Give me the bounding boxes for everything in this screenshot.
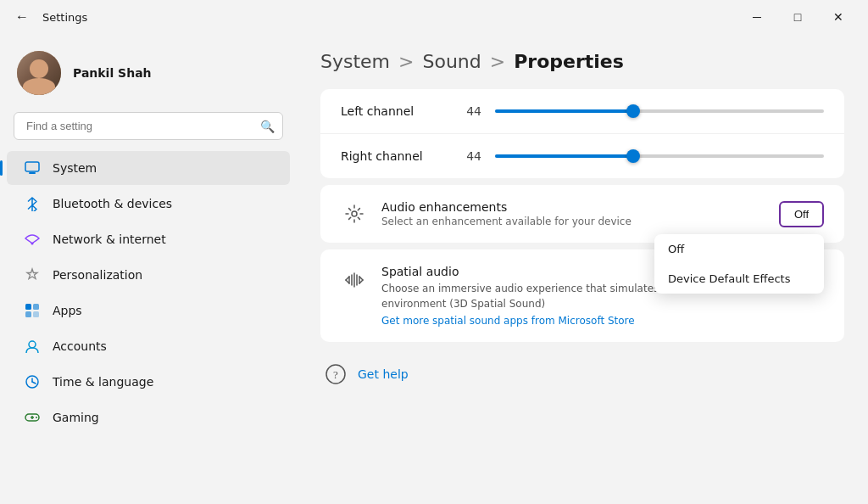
right-channel-label: Right channel (341, 149, 442, 163)
get-help-text[interactable]: Get help (358, 367, 409, 381)
enhancement-text: Audio enhancements Select an enhancement… (381, 200, 765, 227)
enhancement-title: Audio enhancements (381, 200, 765, 214)
svg-text:?: ? (333, 368, 338, 381)
right-channel-slider[interactable] (495, 154, 824, 158)
sidebar-item-system-label: System (53, 161, 97, 175)
svg-point-9 (29, 341, 36, 348)
sidebar-item-network-label: Network & internet (53, 232, 166, 246)
sidebar-item-apps[interactable]: Apps (7, 294, 290, 328)
sidebar-item-bluetooth-label: Bluetooth & devices (53, 197, 172, 210)
avatar (17, 51, 61, 95)
svg-rect-1 (29, 172, 36, 174)
enhancement-subtitle: Select an enhancement available for your… (381, 216, 765, 227)
channels-card: Left channel 44 Right channel 44 (320, 89, 844, 178)
main-content: System > Sound > Properties Left channel… (297, 34, 868, 504)
titlebar-controls: ─ □ ✕ (737, 3, 858, 31)
spatial-audio-icon (341, 266, 368, 294)
svg-line-12 (32, 382, 36, 384)
titlebar-title: Settings (42, 11, 87, 24)
sidebar-item-gaming[interactable]: Gaming (7, 400, 290, 434)
system-icon (24, 160, 41, 176)
svg-rect-0 (25, 162, 39, 171)
right-channel-row: Right channel 44 (320, 133, 844, 178)
sidebar-item-time-label: Time & language (53, 375, 153, 389)
svg-point-4 (31, 243, 34, 245)
avatar-image (17, 51, 61, 95)
search-input[interactable] (14, 112, 283, 140)
breadcrumb: System > Sound > Properties (320, 51, 844, 72)
accounts-icon (24, 338, 41, 355)
sidebar-item-personalization-label: Personalization (53, 268, 142, 282)
breadcrumb-sep1: > (398, 51, 414, 72)
sidebar-item-time[interactable]: Time & language (7, 365, 290, 399)
app-body: Pankil Shah 🔍 System (0, 34, 868, 504)
svg-rect-7 (25, 311, 31, 317)
dropdown-item-off[interactable]: Off (654, 234, 824, 264)
sidebar: Pankil Shah 🔍 System (0, 34, 297, 504)
time-icon (24, 373, 41, 390)
user-profile: Pankil Shah (0, 41, 297, 109)
close-button[interactable]: ✕ (819, 3, 858, 31)
audio-enhancement-button[interactable]: Off (779, 201, 824, 227)
right-channel-value: 44 (456, 149, 481, 163)
dropdown-item-device-default[interactable]: Device Default Effects (654, 264, 824, 294)
sidebar-item-network[interactable]: Network & internet (7, 222, 290, 256)
gaming-icon (24, 409, 41, 426)
get-help-row: ? Get help (320, 349, 844, 389)
svg-rect-6 (33, 304, 39, 310)
minimize-button[interactable]: ─ (737, 3, 776, 31)
breadcrumb-sep2: > (490, 51, 505, 72)
user-name: Pankil Shah (73, 66, 152, 80)
titlebar: ← Settings ─ □ ✕ (0, 0, 868, 34)
left-channel-value: 44 (456, 104, 481, 118)
sidebar-item-bluetooth[interactable]: Bluetooth & devices (7, 187, 290, 221)
left-channel-row: Left channel 44 (320, 89, 844, 133)
maximize-button[interactable]: □ (778, 3, 817, 31)
sidebar-item-gaming-label: Gaming (53, 411, 99, 424)
sidebar-item-apps-label: Apps (53, 304, 82, 317)
get-help-icon: ? (324, 362, 348, 386)
breadcrumb-properties: Properties (514, 51, 624, 72)
sidebar-item-accounts[interactable]: Accounts (7, 329, 290, 363)
sidebar-item-personalization[interactable]: Personalization (7, 258, 290, 292)
audio-enhancements-row: Audio enhancements Select an enhancement… (320, 185, 844, 243)
svg-rect-8 (33, 311, 39, 317)
search-box: 🔍 (14, 112, 283, 140)
spatial-audio-link[interactable]: Get more spatial sound apps from Microso… (381, 315, 743, 327)
personalization-icon (24, 266, 41, 283)
search-icon: 🔍 (260, 120, 275, 133)
breadcrumb-system: System (320, 51, 390, 72)
sidebar-item-system[interactable]: System (7, 151, 290, 185)
left-channel-label: Left channel (341, 104, 442, 118)
enhancement-icon (341, 200, 368, 227)
audio-enhancement-dropdown-menu: Off Device Default Effects (654, 234, 824, 294)
svg-point-17 (352, 211, 357, 216)
svg-rect-5 (25, 304, 31, 310)
breadcrumb-sound: Sound (422, 51, 481, 72)
left-channel-slider[interactable] (495, 109, 824, 113)
network-icon (24, 231, 41, 248)
audio-enhancements-card: Audio enhancements Select an enhancement… (320, 185, 844, 243)
sidebar-item-accounts-label: Accounts (53, 339, 107, 353)
back-button[interactable]: ← (10, 5, 34, 29)
svg-point-16 (36, 417, 37, 418)
apps-icon (24, 302, 41, 319)
titlebar-left: ← Settings (10, 5, 87, 29)
bluetooth-icon (24, 195, 41, 212)
